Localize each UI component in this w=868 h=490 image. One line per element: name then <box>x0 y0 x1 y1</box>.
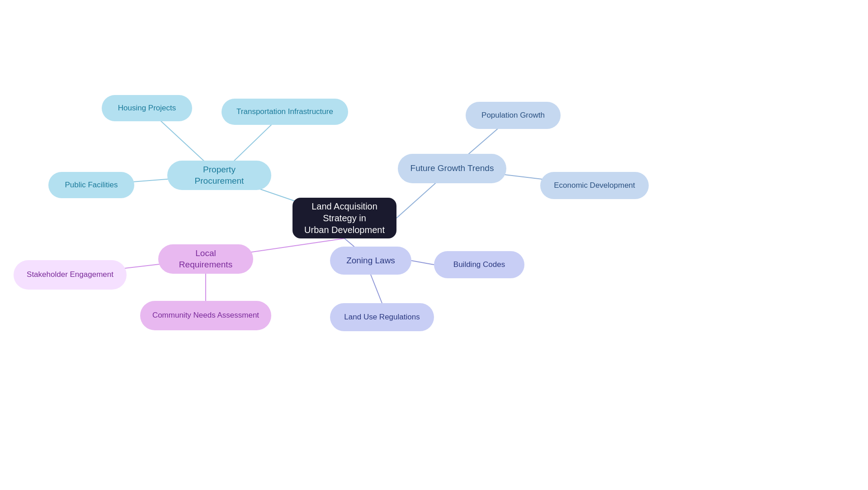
node-economic-development[interactable]: Economic Development <box>540 172 649 199</box>
node-future-growth-trends[interactable]: Future Growth Trends <box>398 154 506 183</box>
node-local-requirements[interactable]: Local Requirements <box>158 244 253 274</box>
node-population-growth[interactable]: Population Growth <box>466 102 561 129</box>
node-building-codes[interactable]: Building Codes <box>434 251 524 278</box>
node-community-needs-assessment[interactable]: Community Needs Assessment <box>140 301 271 330</box>
svg-line-12 <box>371 275 382 303</box>
node-public-facilities[interactable]: Public Facilities <box>48 172 134 198</box>
node-stakeholder-engagement[interactable]: Stakeholder Engagement <box>14 260 127 290</box>
node-transportation-infrastructure[interactable]: Transportation Infrastructure <box>222 99 348 125</box>
node-zoning-laws[interactable]: Zoning Laws <box>330 247 411 275</box>
svg-line-11 <box>411 261 434 265</box>
center-node[interactable]: Land Acquisition Strategy in Urban Devel… <box>292 198 396 238</box>
node-property-procurement[interactable]: Property Procurement <box>167 161 271 190</box>
node-housing-projects[interactable]: Housing Projects <box>102 95 192 121</box>
node-land-use-regulations[interactable]: Land Use Regulations <box>330 303 434 331</box>
